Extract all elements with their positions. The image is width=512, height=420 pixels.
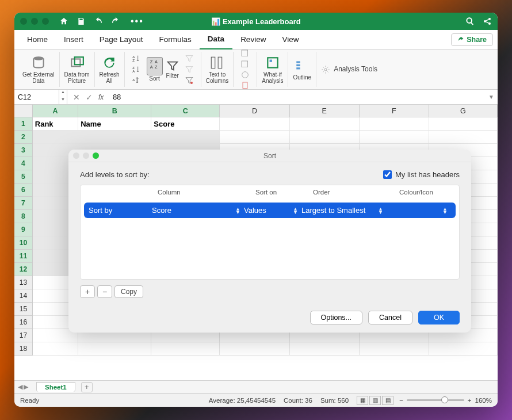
- formula-input[interactable]: 88: [109, 93, 485, 101]
- cell[interactable]: [429, 131, 498, 144]
- tab-formulas[interactable]: Formulas: [151, 30, 200, 49]
- cell[interactable]: [151, 342, 220, 356]
- cell[interactable]: [429, 342, 498, 356]
- row-header[interactable]: 9: [14, 223, 33, 236]
- clear-filter-icon[interactable]: [185, 54, 194, 63]
- fx-icon[interactable]: fx: [98, 93, 104, 101]
- headers-checkbox-label[interactable]: My list has headers: [383, 170, 460, 179]
- cell[interactable]: Score: [151, 117, 220, 131]
- col-header-A[interactable]: A: [33, 105, 78, 117]
- prev-sheet-icon[interactable]: ◀: [18, 383, 22, 391]
- page-layout-view-icon[interactable]: ▥: [369, 396, 381, 405]
- maximize-window-button[interactable]: [42, 18, 49, 25]
- col-header-G[interactable]: G: [429, 105, 498, 117]
- cell[interactable]: [290, 117, 360, 131]
- page-break-view-icon[interactable]: ▤: [382, 396, 393, 405]
- col-header-C[interactable]: C: [151, 105, 220, 117]
- save-icon[interactable]: [77, 17, 86, 26]
- options-button[interactable]: Options...: [310, 311, 363, 324]
- sort-button[interactable]: ZAAZ: [147, 57, 163, 75]
- advanced-filter-icon[interactable]: [185, 76, 194, 85]
- cell[interactable]: [360, 117, 429, 131]
- cell[interactable]: [220, 117, 289, 131]
- reapply-filter-icon[interactable]: [185, 65, 194, 74]
- name-box[interactable]: C12: [14, 90, 59, 104]
- row-header[interactable]: 13: [14, 276, 33, 289]
- row-header[interactable]: 10: [14, 236, 33, 250]
- data-validation-icon[interactable]: [240, 70, 250, 79]
- sort-desc-icon[interactable]: ZA: [132, 65, 141, 74]
- select-all-corner[interactable]: [14, 105, 33, 117]
- add-sheet-button[interactable]: +: [81, 382, 93, 392]
- cell[interactable]: Rank: [33, 117, 78, 131]
- cancel-button[interactable]: Cancel: [368, 311, 412, 324]
- row-header[interactable]: 16: [14, 316, 33, 329]
- tab-page-layout[interactable]: Page Layout: [91, 30, 151, 49]
- zoom-out-button[interactable]: −: [399, 397, 403, 404]
- next-sheet-icon[interactable]: ▶: [24, 383, 28, 391]
- cell[interactable]: [33, 131, 78, 144]
- remove-level-button[interactable]: −: [97, 285, 112, 298]
- row-header[interactable]: 12: [14, 263, 33, 276]
- row-header[interactable]: 15: [14, 303, 33, 316]
- more-icon[interactable]: •••: [131, 16, 144, 26]
- cell[interactable]: [220, 342, 289, 356]
- normal-view-icon[interactable]: ▦: [357, 396, 368, 405]
- share-icon[interactable]: [483, 17, 492, 26]
- accept-formula-icon[interactable]: ✓: [86, 93, 93, 102]
- sort-on-select[interactable]: Values▴▾: [244, 206, 301, 215]
- row-header[interactable]: 3: [14, 144, 33, 157]
- row-header[interactable]: 18: [14, 342, 33, 356]
- formula-expand-icon[interactable]: ▼: [485, 94, 498, 100]
- minimize-window-button[interactable]: [31, 18, 38, 25]
- row-header[interactable]: 2: [14, 131, 33, 144]
- custom-sort-icon[interactable]: A: [132, 76, 141, 85]
- tab-insert[interactable]: Insert: [56, 30, 91, 49]
- zoom-slider[interactable]: [407, 399, 464, 401]
- zoom-level[interactable]: 160%: [475, 397, 492, 404]
- zoom-thumb[interactable]: [441, 396, 448, 403]
- sort-order-select[interactable]: Largest to Smallest▴▾: [301, 206, 387, 215]
- tab-home[interactable]: Home: [19, 30, 56, 49]
- cell[interactable]: [290, 342, 360, 356]
- row-header[interactable]: 11: [14, 250, 33, 263]
- close-window-button[interactable]: [20, 18, 27, 25]
- home-icon[interactable]: [59, 17, 68, 26]
- row-header[interactable]: 17: [14, 329, 33, 342]
- consolidate-icon[interactable]: [240, 81, 250, 90]
- col-header-B[interactable]: B: [78, 105, 151, 117]
- cell[interactable]: [360, 131, 429, 144]
- cell[interactable]: [151, 131, 220, 144]
- row-header[interactable]: 7: [14, 197, 33, 210]
- tab-data[interactable]: Data: [200, 30, 232, 49]
- col-header-D[interactable]: D: [220, 105, 289, 117]
- sheet-tab[interactable]: Sheet1: [36, 382, 75, 392]
- undo-icon[interactable]: [94, 17, 103, 26]
- data-from-picture-group[interactable]: Data from Picture: [60, 52, 95, 87]
- external-data-group[interactable]: Get External Data: [18, 52, 60, 87]
- whatif-group[interactable]: What-if Analysis: [257, 52, 288, 87]
- cell[interactable]: Name: [78, 117, 151, 131]
- row-header[interactable]: 14: [14, 289, 33, 303]
- filter-icon[interactable]: [166, 60, 179, 72]
- row-header[interactable]: 6: [14, 184, 33, 197]
- remove-dup-icon[interactable]: [240, 60, 250, 69]
- flash-fill-icon[interactable]: [240, 49, 250, 58]
- analysis-tools-group[interactable]: Analysis Tools: [316, 52, 382, 87]
- cell[interactable]: [429, 117, 498, 131]
- row-header[interactable]: 5: [14, 170, 33, 184]
- sort-column-select[interactable]: Score▴▾: [152, 206, 244, 215]
- share-button[interactable]: Share: [451, 33, 493, 46]
- sort-colour-select[interactable]: ▴▾: [387, 207, 451, 214]
- cell[interactable]: [220, 131, 289, 144]
- row-header[interactable]: 1: [14, 117, 33, 131]
- copy-level-button[interactable]: Copy: [114, 285, 143, 298]
- col-header-E[interactable]: E: [290, 105, 360, 117]
- row-header[interactable]: 8: [14, 210, 33, 223]
- tab-review[interactable]: Review: [232, 30, 274, 49]
- sort-level-row[interactable]: Sort by Score▴▾ Values▴▾ Largest to Smal…: [84, 203, 456, 218]
- tab-view[interactable]: View: [274, 30, 307, 49]
- cancel-formula-icon[interactable]: ✕: [73, 93, 80, 102]
- add-level-button[interactable]: +: [80, 285, 95, 298]
- cell[interactable]: [78, 131, 151, 144]
